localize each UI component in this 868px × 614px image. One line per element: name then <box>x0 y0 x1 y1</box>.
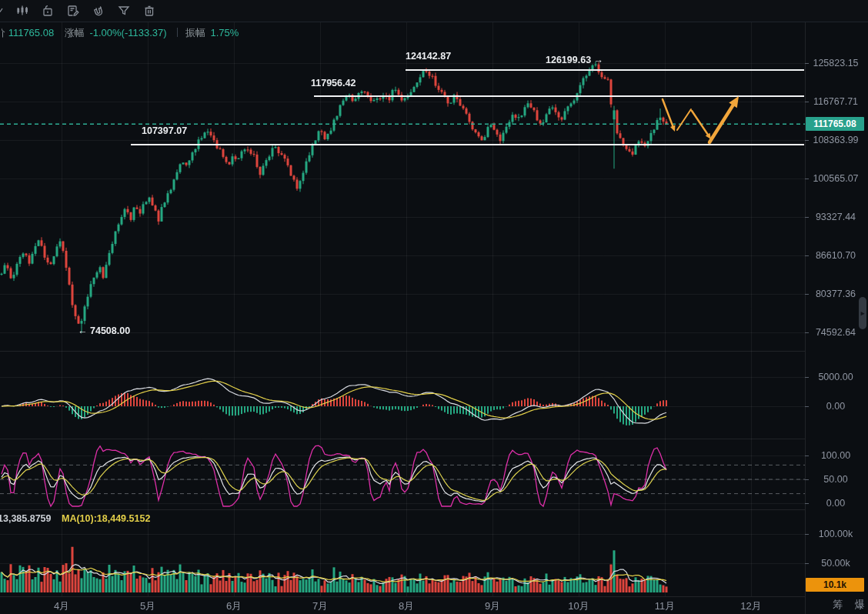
panel-collapse-handle[interactable]: ▸ <box>859 297 866 329</box>
macd-axis-tick: 5000.00 <box>808 372 863 382</box>
price-annotation[interactable]: 126199.63 → <box>546 55 603 65</box>
time-axis-month: 8月 <box>391 599 422 613</box>
time-axis-month: 9月 <box>477 599 508 613</box>
volume-axis-tick: 50.00k <box>808 558 863 569</box>
price-axis-tick: 100565.07 <box>808 173 863 184</box>
price-annotation[interactable]: 124142.87 <box>406 51 451 62</box>
clipped-price-label: 价 <box>2 26 5 40</box>
bottom-toggles: 筹 爆 <box>823 598 865 612</box>
kdj-axis-tick: 100.00 <box>808 450 863 461</box>
time-axis-month: 12月 <box>736 599 766 613</box>
magnet-button[interactable] <box>88 2 108 20</box>
price-annotation[interactable]: 117956.42 <box>311 78 356 88</box>
change-label: 涨幅 <box>65 27 85 38</box>
filter-icon <box>117 4 131 18</box>
chips-distribution-toggle[interactable]: 筹 <box>833 599 843 610</box>
trading-terminal: 价 111765.08 涨幅 -1.00%(-1133.37) 振幅 1.75%… <box>0 0 868 614</box>
lock-button[interactable] <box>38 2 58 20</box>
price-axis-tick: 125823.15 <box>808 58 863 68</box>
candlestick-icon <box>15 4 29 18</box>
info-divider <box>177 28 178 37</box>
filter-button[interactable] <box>114 2 134 20</box>
clipped-tool-icon <box>0 5 6 17</box>
current-price-badge: 111765.08 <box>806 117 864 131</box>
price-annotation[interactable]: 107397.07 <box>142 125 187 136</box>
price-axis-tick: 108363.99 <box>808 135 863 145</box>
kdj-axis-tick: 0.00 <box>808 498 863 509</box>
time-axis-month: 4月 <box>46 599 77 613</box>
volume-value: 13,385.8759 <box>0 513 52 524</box>
symbol-info-bar: 价 111765.08 涨幅 -1.00%(-1133.37) 振幅 1.75% <box>2 26 239 40</box>
kdj-axis-tick: 50.00 <box>808 474 863 485</box>
lock-icon <box>41 4 55 18</box>
amplitude-label: 振幅 <box>185 27 205 38</box>
candlestick-chart-button[interactable] <box>12 2 32 20</box>
notes-button[interactable] <box>63 2 83 20</box>
trash-icon <box>142 4 156 18</box>
time-axis-month: 7月 <box>305 599 336 613</box>
time-axis-month: 11月 <box>649 599 680 613</box>
change-value: -1.00%(-1133.37) <box>89 27 166 38</box>
current-volume-badge: 10.1k <box>806 578 864 592</box>
delete-button[interactable] <box>139 2 159 20</box>
liquidation-toggle[interactable]: 爆 <box>855 599 865 610</box>
price-annotation[interactable]: ← 74508.00 <box>78 325 130 336</box>
time-axis-month: 10月 <box>563 599 594 613</box>
magnet-icon <box>92 4 105 18</box>
price-axis-tick: 116767.71 <box>808 96 863 107</box>
macd-axis-tick: 0.00 <box>808 401 863 412</box>
time-axis-month: 6月 <box>219 599 249 613</box>
volume-indicator-header: 13,385.8759 MA(10):18,449.5152 <box>0 513 150 524</box>
volume-ma10-value: MA(10):18,449.5152 <box>62 513 150 524</box>
price-axis-tick: 74592.64 <box>808 327 863 338</box>
drawing-toolbar <box>0 0 868 22</box>
notes-edit-icon <box>66 4 80 18</box>
chevron-right-icon: ▸ <box>861 309 865 317</box>
time-axis-month: 5月 <box>132 599 163 613</box>
volume-axis-tick: 100.00k <box>808 529 863 539</box>
price-axis-tick: 86610.70 <box>808 250 863 261</box>
price-axis-tick: 93327.44 <box>808 212 863 222</box>
price-axis-tick: 80377.36 <box>808 289 863 299</box>
last-price: 111765.08 <box>8 27 55 38</box>
amplitude-value: 1.75% <box>211 27 239 38</box>
